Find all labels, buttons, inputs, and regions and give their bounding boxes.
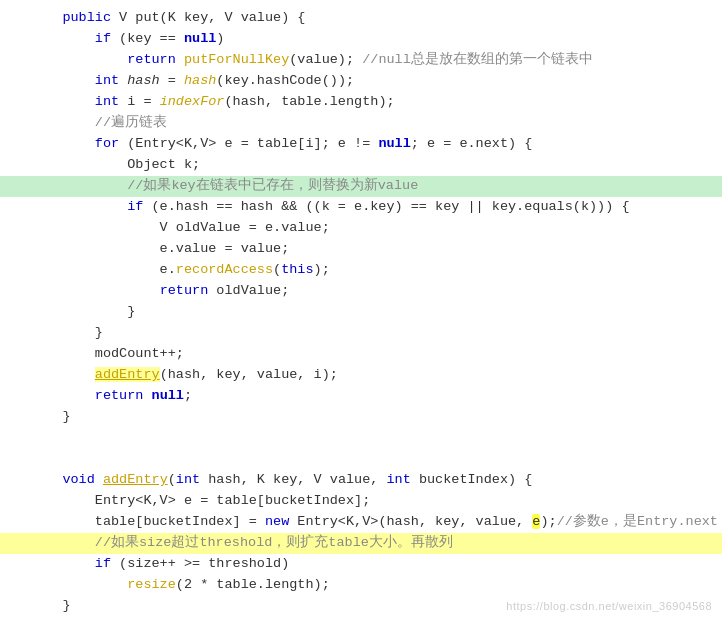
code-line-25: if (size++ >= threshold) [0,554,722,575]
code-line-10: if (e.hash == hash && ((k = e.key) == ke… [0,197,722,218]
code-line-5: int i = indexFor(hash, table.length); [0,92,722,113]
code-line-4: int hash = hash(key.hashCode()); [0,71,722,92]
code-line-16: } [0,323,722,344]
code-line-15: } [0,302,722,323]
code-line-7: for (Entry<K,V> e = table[i]; e != null;… [0,134,722,155]
code-line-20: } [0,407,722,428]
code-line-14: return oldValue; [0,281,722,302]
code-line-18: addEntry(hash, key, value, i); [0,365,722,386]
code-line-1: public V put(K key, V value) { [0,8,722,29]
code-line-spacer2 [0,449,722,470]
code-line-17: modCount++; [0,344,722,365]
code-line-9: //如果key在链表中已存在，则替换为新value [0,176,722,197]
code-line-26: resize(2 * table.length); [0,575,722,596]
code-container: public V put(K key, V value) { if (key =… [0,0,722,625]
code-line-6: //遍历链表 [0,113,722,134]
code-line-13: e.recordAccess(this); [0,260,722,281]
code-line-12: e.value = value; [0,239,722,260]
code-line-2: if (key == null) [0,29,722,50]
code-line-23: table[bucketIndex] = new Entry<K,V>(hash… [0,512,722,533]
code-line-8: Object k; [0,155,722,176]
code-line-19: return null; [0,386,722,407]
watermark: https://blog.csdn.net/weixin_36904568 [506,598,712,615]
code-line-11: V oldValue = e.value; [0,218,722,239]
code-line-22: Entry<K,V> e = table[bucketIndex]; [0,491,722,512]
code-line-21: void addEntry(int hash, K key, V value, … [0,470,722,491]
code-line-24: //如果size超过threshold，则扩充table大小。再散列 [0,533,722,554]
code-line-3: return putForNullKey(value); //null总是放在数… [0,50,722,71]
code-line-spacer1 [0,428,722,449]
